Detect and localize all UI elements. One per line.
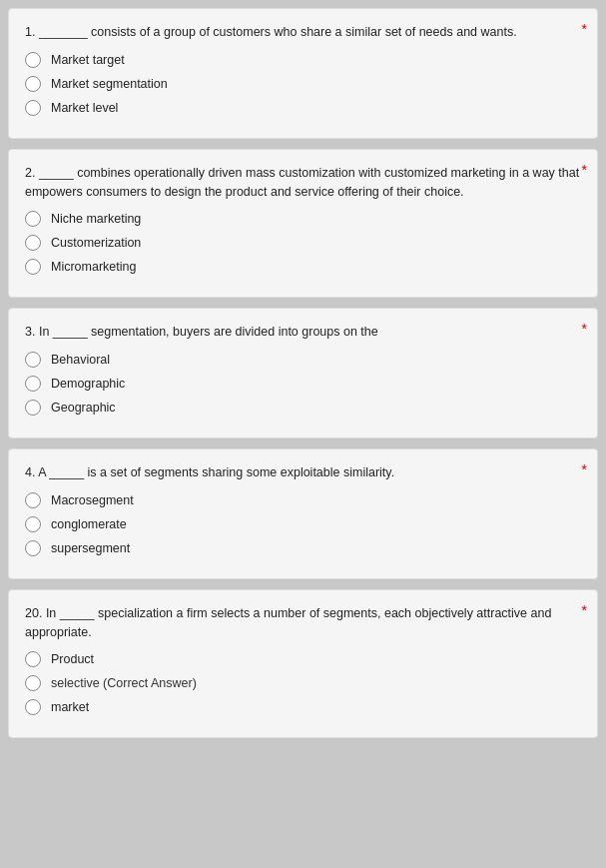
question-card-20: * 20. In _____ specialization a firm sel… — [8, 589, 598, 739]
option-label-q1o3: Market level — [51, 101, 118, 115]
radio-q20o3[interactable] — [25, 699, 41, 715]
radio-q1o1[interactable] — [25, 52, 41, 68]
radio-q4o3[interactable] — [25, 540, 41, 556]
question-text-4: 4. A _____ is a set of segments sharing … — [25, 463, 581, 482]
question-text-2: 2. _____ combines operationally driven m… — [25, 164, 581, 202]
required-star-2: * — [582, 162, 587, 178]
radio-q4o1[interactable] — [25, 492, 41, 508]
option-row-4-1[interactable]: Macrosegment — [25, 492, 581, 508]
question-card-2: * 2. _____ combines operationally driven… — [8, 149, 598, 299]
option-label-q1o1: Market target — [51, 53, 125, 67]
question-number-20: 20. — [25, 606, 42, 620]
radio-q2o1[interactable] — [25, 211, 41, 227]
radio-q2o3[interactable] — [25, 259, 41, 275]
option-row-1-3[interactable]: Market level — [25, 100, 581, 116]
option-row-3-3[interactable]: Geographic — [25, 400, 581, 416]
radio-q3o3[interactable] — [25, 400, 41, 416]
question-number-3: 3. — [25, 325, 35, 339]
question-body-20: In _____ specialization a firm selects a… — [25, 606, 551, 639]
question-number-4: 4. — [25, 465, 35, 479]
question-text-1: 1. _______ consists of a group of custom… — [25, 23, 581, 42]
question-card-3: * 3. In _____ segmentation, buyers are d… — [8, 308, 598, 438]
option-row-1-1[interactable]: Market target — [25, 52, 581, 68]
radio-q20o1[interactable] — [25, 651, 41, 667]
question-body-1: _______ consists of a group of customers… — [39, 25, 517, 39]
question-text-3: 3. In _____ segmentation, buyers are div… — [25, 323, 581, 342]
question-number-2: 2. — [25, 166, 35, 180]
radio-q1o2[interactable] — [25, 76, 41, 92]
option-label-q20o2: selective (Correct Answer) — [51, 676, 197, 690]
option-label-q3o2: Demographic — [51, 377, 125, 391]
required-star-20: * — [582, 602, 587, 618]
radio-q1o3[interactable] — [25, 100, 41, 116]
option-row-3-1[interactable]: Behavioral — [25, 352, 581, 368]
option-row-2-1[interactable]: Niche marketing — [25, 211, 581, 227]
option-row-2-2[interactable]: Customerization — [25, 235, 581, 251]
radio-q3o1[interactable] — [25, 352, 41, 368]
option-label-q2o2: Customerization — [51, 236, 141, 250]
option-label-q20o3: market — [51, 700, 89, 714]
option-row-2-3[interactable]: Micromarketing — [25, 259, 581, 275]
option-row-3-2[interactable]: Demographic — [25, 376, 581, 392]
question-number-1: 1. — [25, 25, 35, 39]
option-label-q20o1: Product — [51, 652, 94, 666]
radio-q20o2[interactable] — [25, 675, 41, 691]
option-label-q3o1: Behavioral — [51, 353, 110, 367]
option-label-q4o3: supersegment — [51, 541, 130, 555]
option-label-q2o1: Niche marketing — [51, 212, 141, 226]
option-row-4-2[interactable]: conglomerate — [25, 516, 581, 532]
radio-q4o2[interactable] — [25, 516, 41, 532]
option-row-1-2[interactable]: Market segmentation — [25, 76, 581, 92]
question-body-2: _____ combines operationally driven mass… — [25, 166, 579, 199]
question-text-20: 20. In _____ specialization a firm selec… — [25, 604, 581, 642]
option-row-4-3[interactable]: supersegment — [25, 540, 581, 556]
option-row-20-2[interactable]: selective (Correct Answer) — [25, 675, 581, 691]
required-star-4: * — [582, 461, 587, 477]
option-label-q4o2: conglomerate — [51, 517, 127, 531]
radio-q2o2[interactable] — [25, 235, 41, 251]
required-star-3: * — [582, 321, 587, 337]
option-label-q4o1: Macrosegment — [51, 493, 134, 507]
option-row-20-1[interactable]: Product — [25, 651, 581, 667]
option-label-q2o3: Micromarketing — [51, 260, 136, 274]
required-star-1: * — [582, 21, 587, 37]
question-body-3: In _____ segmentation, buyers are divide… — [39, 325, 378, 339]
option-label-q1o2: Market segmentation — [51, 77, 168, 91]
question-card-1: * 1. _______ consists of a group of cust… — [8, 8, 598, 139]
radio-q3o2[interactable] — [25, 376, 41, 392]
question-card-4: * 4. A _____ is a set of segments sharin… — [8, 448, 598, 579]
option-label-q3o3: Geographic — [51, 401, 116, 415]
option-row-20-3[interactable]: market — [25, 699, 581, 715]
question-body-4: A _____ is a set of segments sharing som… — [38, 465, 394, 479]
